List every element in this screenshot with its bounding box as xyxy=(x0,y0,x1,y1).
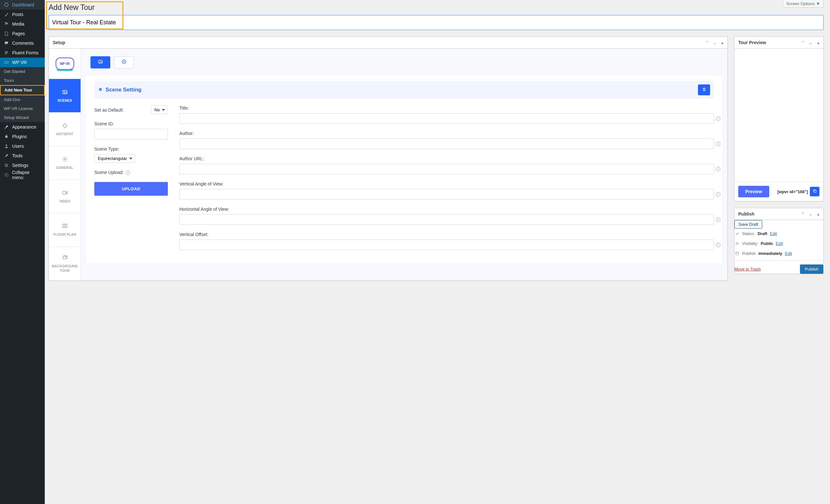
publish-button[interactable]: Publish xyxy=(800,264,823,274)
scene-pill-add[interactable] xyxy=(114,56,134,68)
save-draft-button[interactable]: Save Draft xyxy=(734,220,762,229)
tab-scenes[interactable]: SCENES xyxy=(49,79,81,113)
form-icon xyxy=(3,50,9,56)
svg-rect-15 xyxy=(62,191,66,194)
sidebar-item-pages[interactable]: Pages xyxy=(0,29,45,38)
set-default-select[interactable]: No xyxy=(151,105,168,114)
sidebar-item-users[interactable]: Users xyxy=(0,141,45,151)
visibility-label: Visibility: xyxy=(742,241,758,246)
vertical-angle-input[interactable] xyxy=(179,189,714,199)
sidebar-item-label: Users xyxy=(12,144,24,149)
panel-up-icon[interactable]: ⌃ xyxy=(800,39,806,46)
page-title: Add New Tour xyxy=(49,3,824,12)
tab-hotspot[interactable]: HOTSPOT xyxy=(49,113,81,146)
panel-down-icon[interactable]: ⌄ xyxy=(807,211,814,217)
collapse-icon xyxy=(3,172,9,178)
panel-up-icon[interactable]: ⌃ xyxy=(704,39,710,46)
info-icon[interactable]: i xyxy=(716,142,720,146)
panel-toggle-icon[interactable]: ▴ xyxy=(719,39,726,46)
scene-upload-label: Scene Upload:i xyxy=(94,170,168,175)
sidebar-item-label: Comments xyxy=(12,41,34,46)
tab-label: GENERAL xyxy=(56,166,73,169)
sidebar-item-tools[interactable]: Tools xyxy=(0,151,45,161)
copy-icon xyxy=(813,189,817,194)
tab-video[interactable]: VIDEO xyxy=(49,180,81,213)
copy-shortcode-button[interactable] xyxy=(810,187,820,196)
panel-down-icon[interactable]: ⌄ xyxy=(807,39,814,46)
sidebar-item-wpvr[interactable]: WP VR xyxy=(0,58,45,67)
vertical-offset-input[interactable] xyxy=(179,240,714,250)
horizontal-angle-input[interactable] xyxy=(179,214,714,225)
svg-rect-16 xyxy=(63,256,66,259)
scene-id-input[interactable] xyxy=(94,129,168,139)
sub-add-new-tour[interactable]: Add New Tour xyxy=(0,85,45,95)
eye-icon xyxy=(734,242,739,246)
tab-label: FLOOR PLAN xyxy=(54,232,76,237)
sidebar-item-media[interactable]: Media xyxy=(0,19,45,29)
gear-icon xyxy=(62,156,68,164)
voffset-label: Vertical Offset: xyxy=(179,232,714,237)
publish-time-label: Publish xyxy=(742,251,756,256)
sidebar-item-label: Posts xyxy=(12,12,23,17)
sub-license[interactable]: WP VR License xyxy=(0,104,45,113)
trash-icon xyxy=(702,87,706,92)
panel-down-icon[interactable]: ⌄ xyxy=(711,39,718,46)
panel-toggle-icon[interactable]: ▴ xyxy=(815,39,821,46)
panel-toggle-icon[interactable]: ▴ xyxy=(815,211,821,217)
sidebar-item-dashboard[interactable]: Dashboard xyxy=(0,0,45,9)
vangle-label: Vertical Angle of View: xyxy=(179,181,714,186)
svg-point-18 xyxy=(99,61,100,62)
sub-addons[interactable]: Add-Ons xyxy=(0,95,45,104)
sidebar-item-fluent-forms[interactable]: Fluent Forms xyxy=(0,48,45,58)
upload-button[interactable]: UPLOAD xyxy=(94,182,168,196)
sub-tours[interactable]: Tours xyxy=(0,76,45,85)
target-icon xyxy=(62,123,68,130)
info-icon[interactable]: i xyxy=(716,243,720,247)
svg-point-12 xyxy=(64,91,64,92)
panel-up-icon[interactable]: ⌃ xyxy=(800,211,806,217)
scene-type-select[interactable]: Equirectangular xyxy=(94,154,135,163)
sidebar-item-label: Pages xyxy=(12,31,25,36)
info-icon[interactable]: i xyxy=(716,117,720,121)
sidebar-item-posts[interactable]: Posts xyxy=(0,9,45,19)
preview-button[interactable]: Preview xyxy=(738,186,769,197)
title-input[interactable] xyxy=(179,113,714,124)
delete-scene-button[interactable] xyxy=(698,85,710,95)
settings-gear-icon xyxy=(98,87,102,92)
edit-publish-time-link[interactable]: Edit xyxy=(785,251,792,256)
edit-visibility-link[interactable]: Edit xyxy=(776,241,783,246)
info-icon[interactable]: i xyxy=(126,170,130,175)
scene-pill-1[interactable] xyxy=(91,56,110,68)
comment-icon xyxy=(3,40,9,46)
wpvr-content: Scene Setting xyxy=(81,49,727,280)
sidebar-item-plugins[interactable]: Plugins xyxy=(0,132,45,141)
tab-floorplan[interactable]: FLOOR PLAN xyxy=(49,213,81,247)
move-to-trash-link[interactable]: Move to Trash xyxy=(734,267,761,272)
author-url-input[interactable] xyxy=(179,164,714,174)
visibility-value: Public xyxy=(761,241,773,246)
sub-wizard[interactable]: Setup Wizard xyxy=(0,113,45,122)
svg-point-6 xyxy=(6,145,7,146)
edit-status-link[interactable]: Edit xyxy=(770,231,777,236)
sidebar-item-appearance[interactable]: Appearance xyxy=(0,122,45,132)
author-input[interactable] xyxy=(179,138,714,149)
sidebar-item-label: WP VR xyxy=(12,60,27,65)
info-icon[interactable]: i xyxy=(716,167,720,171)
author-url-label: Author URL: xyxy=(179,156,714,161)
status-label: Status: xyxy=(742,231,755,236)
set-default-label: Set as Default: xyxy=(94,107,124,113)
sidebar-item-settings[interactable]: Settings xyxy=(0,161,45,170)
setup-panel: Setup ⌃ ⌄ ▴ WP VR xyxy=(49,36,728,281)
svg-rect-3 xyxy=(5,53,8,53)
info-icon[interactable]: i xyxy=(716,192,720,197)
tour-title-input[interactable] xyxy=(49,15,824,30)
sidebar-item-comments[interactable]: Comments xyxy=(0,38,45,48)
tab-bg-tour[interactable]: BACKGROUND TOUR xyxy=(49,247,81,280)
map-icon xyxy=(62,223,68,230)
tab-general[interactable]: GENERAL xyxy=(49,146,81,180)
info-icon[interactable]: i xyxy=(716,217,720,222)
tour-preview-panel: Tour Preview ⌃ ⌄ ▴ Preview [wpvr id="16 xyxy=(734,36,824,201)
video-icon xyxy=(62,190,68,197)
sidebar-item-collapse[interactable]: Collapse menu xyxy=(0,170,45,180)
sub-get-started[interactable]: Get Started xyxy=(0,67,45,76)
